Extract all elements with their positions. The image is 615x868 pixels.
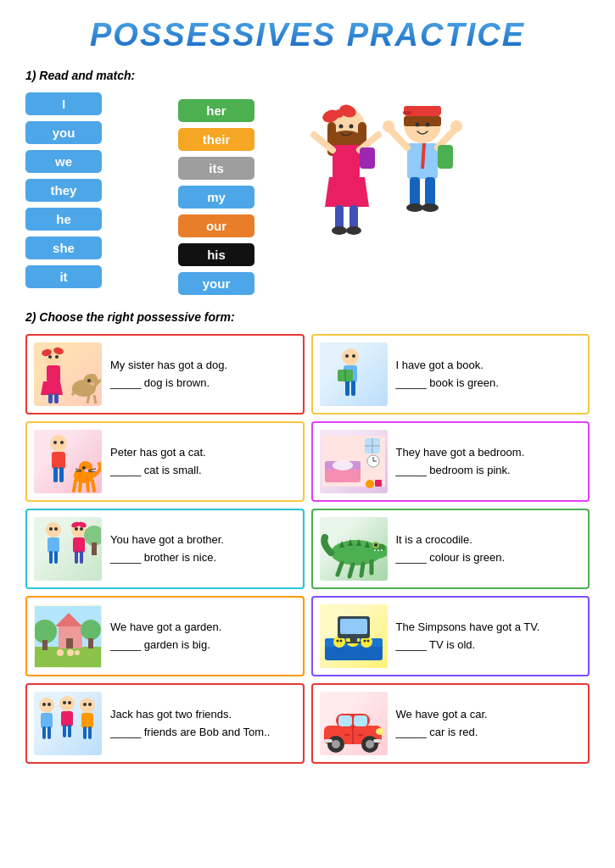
card8-line1: The Simpsons have got a TV. xyxy=(396,619,540,637)
svg-point-99 xyxy=(49,527,53,531)
svg-point-139 xyxy=(75,650,80,655)
svg-point-168 xyxy=(68,701,71,704)
svg-point-59 xyxy=(345,354,349,358)
svg-rect-66 xyxy=(59,467,64,482)
exercise-card-2: I have got a book. _____ book is green. xyxy=(311,334,590,415)
svg-rect-22 xyxy=(404,116,441,126)
card10-image xyxy=(320,692,388,755)
svg-point-180 xyxy=(332,740,340,748)
svg-rect-37 xyxy=(47,365,60,382)
svg-rect-57 xyxy=(345,381,349,396)
card9-text: Jack has got two friends. _____ friends … xyxy=(110,706,270,742)
svg-point-48 xyxy=(87,379,91,382)
card5-line2: _____ brother is nice. xyxy=(110,549,224,567)
svg-rect-178 xyxy=(354,715,367,726)
svg-line-53 xyxy=(94,395,96,403)
svg-line-120 xyxy=(338,563,342,575)
svg-point-68 xyxy=(60,441,64,444)
page-title: POSSESSIVES PRACTICE xyxy=(25,17,590,53)
card10-text: We have got a car. _____ car is red. xyxy=(396,706,488,742)
svg-point-28 xyxy=(450,120,462,132)
svg-rect-40 xyxy=(54,393,59,403)
pronoun-he: he xyxy=(25,208,102,231)
card6-line2: _____ colour is green. xyxy=(396,549,506,567)
svg-rect-104 xyxy=(73,537,85,553)
svg-point-162 xyxy=(48,703,51,706)
svg-rect-15 xyxy=(360,147,375,169)
svg-rect-21 xyxy=(403,111,411,114)
svg-point-3 xyxy=(335,109,344,118)
possessive-her: her xyxy=(178,99,254,122)
pronoun-they: they xyxy=(25,179,102,202)
svg-rect-97 xyxy=(49,551,53,564)
card4-text: They have got a bedroom. _____ bedroom i… xyxy=(396,444,525,480)
card7-text: We have got a garden. _____ garden is bi… xyxy=(110,619,221,654)
card9-image xyxy=(34,692,102,755)
card6-image xyxy=(320,517,388,581)
svg-line-82 xyxy=(92,481,94,491)
svg-point-157 xyxy=(39,698,54,713)
pronoun-she: she xyxy=(25,236,102,259)
svg-line-121 xyxy=(349,565,353,576)
card2-line2: _____ book is green. xyxy=(396,375,499,392)
svg-point-182 xyxy=(366,740,374,748)
svg-rect-159 xyxy=(42,726,46,739)
svg-point-161 xyxy=(42,703,46,706)
svg-rect-166 xyxy=(68,725,71,737)
svg-point-31 xyxy=(406,203,423,212)
svg-rect-160 xyxy=(48,726,51,739)
svg-rect-185 xyxy=(373,739,382,743)
pronoun-you: you xyxy=(25,121,102,144)
svg-rect-154 xyxy=(340,619,367,634)
card10-line2: _____ car is red. xyxy=(396,724,488,742)
svg-line-52 xyxy=(87,395,89,403)
exercise-card-8: The Simpsons have got a TV. _____ TV is … xyxy=(311,596,590,676)
card1-line2: _____ dog is brown. xyxy=(110,375,227,392)
svg-marker-8 xyxy=(325,177,369,207)
svg-point-34 xyxy=(416,123,420,127)
svg-point-60 xyxy=(352,354,355,358)
svg-rect-30 xyxy=(425,177,435,207)
svg-rect-158 xyxy=(41,713,53,728)
svg-point-138 xyxy=(67,649,74,656)
svg-rect-114 xyxy=(373,550,385,557)
pronouns-right: her their its my our his your xyxy=(178,99,254,295)
svg-point-42 xyxy=(55,355,59,359)
svg-point-32 xyxy=(422,203,439,212)
exercise-card-9: Jack has got two friends. _____ friends … xyxy=(25,683,305,764)
card9-line2: _____ friends are Bob and Tom.. xyxy=(110,724,270,742)
svg-rect-33 xyxy=(438,145,453,169)
svg-rect-165 xyxy=(63,725,66,737)
kids-illustration xyxy=(297,92,467,270)
exercise-card-7: We have got a garden. _____ garden is bi… xyxy=(25,596,305,676)
svg-rect-29 xyxy=(410,177,420,207)
svg-point-95 xyxy=(46,522,61,537)
svg-point-14 xyxy=(346,226,361,235)
card4-line2: _____ bedroom is pink. xyxy=(396,462,525,480)
pronoun-it: it xyxy=(25,265,102,288)
svg-rect-164 xyxy=(61,711,73,726)
svg-line-80 xyxy=(80,482,81,491)
card9-line1: Jack has got two friends. xyxy=(110,706,270,724)
svg-rect-110 xyxy=(92,542,97,555)
svg-rect-184 xyxy=(324,739,333,743)
svg-point-100 xyxy=(54,527,58,531)
svg-point-137 xyxy=(57,649,64,656)
svg-point-41 xyxy=(48,355,52,359)
section1-label: 1) Read and match: xyxy=(25,69,590,82)
possessive-our: our xyxy=(178,214,254,237)
card5-line1: You have got a brother. xyxy=(110,531,224,549)
svg-point-174 xyxy=(88,703,92,706)
card3-line1: Peter has got a cat. xyxy=(110,444,206,462)
svg-point-17 xyxy=(349,125,354,129)
possessive-their: their xyxy=(178,128,254,151)
card4-line1: They have got a bedroom. xyxy=(396,444,525,462)
svg-point-16 xyxy=(339,125,344,129)
svg-point-49 xyxy=(90,382,95,386)
card1-line1: My sister has got a dog. xyxy=(110,357,227,375)
svg-rect-134 xyxy=(42,640,48,650)
card2-text: I have got a book. _____ book is green. xyxy=(396,357,499,392)
svg-point-148 xyxy=(339,639,342,642)
card7-line1: We have got a garden. xyxy=(110,619,221,637)
card6-line1: It is a crocodile. xyxy=(396,531,506,549)
